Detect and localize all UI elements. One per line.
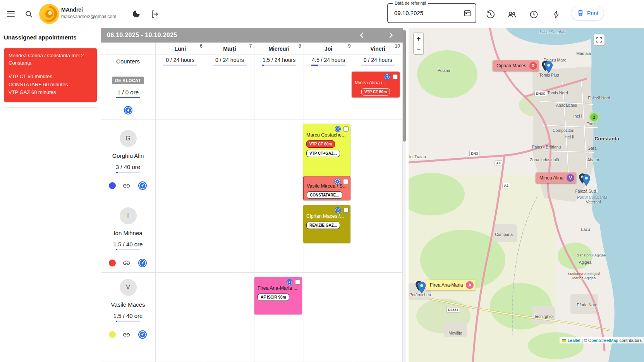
marker-cluster[interactable]: 2 xyxy=(589,112,599,123)
bolt-button[interactable] xyxy=(550,8,562,20)
day-slot[interactable] xyxy=(353,120,403,201)
map-place-label: Inel II xyxy=(564,135,574,139)
zoom-in-button[interactable]: + xyxy=(414,33,423,44)
history-button[interactable] xyxy=(484,8,496,20)
map-place-label: Faleză Nord xyxy=(588,96,610,100)
clock-icon xyxy=(529,10,539,19)
user-name: MAndrei xyxy=(61,7,116,13)
de-alocat-chip: DE ALOCAT xyxy=(112,77,144,84)
link-button[interactable] xyxy=(122,181,132,191)
appointment-card-marcu-costache[interactable]: Marcu Costache... VTP CT 60m VTP CT+GAZ.… xyxy=(303,124,350,176)
road-shield: A4 xyxy=(495,161,502,166)
search-button[interactable] xyxy=(22,8,35,20)
navigate-button[interactable] xyxy=(123,105,133,115)
navigate-button[interactable] xyxy=(137,258,148,268)
team-button[interactable] xyxy=(505,8,518,20)
fullscreen-button[interactable] xyxy=(593,34,605,46)
day-number: 10 xyxy=(395,43,400,49)
day-header-marti: Marți7 xyxy=(205,43,255,55)
navigate-button[interactable] xyxy=(137,181,148,191)
day-slot[interactable] xyxy=(156,120,205,201)
user-info: MAndrei macesandrei2@gmail.com xyxy=(61,7,116,19)
appointment-checkbox[interactable] xyxy=(343,126,349,131)
appointment-card-ciprian-maces[interactable]: Ciprian Maces /... REVIZIE GAZ... xyxy=(303,205,350,243)
calendar-picker-button[interactable] xyxy=(463,9,472,19)
resource-progress xyxy=(116,321,140,322)
compass-icon xyxy=(335,126,341,132)
appointment-checkbox[interactable] xyxy=(393,74,398,79)
map-pin[interactable] xyxy=(417,282,426,294)
navigate-button[interactable] xyxy=(384,73,390,80)
badge-list: VTP CT 60m VTP CT+GAZ... xyxy=(303,138,350,157)
day-header-joi: Joi9 xyxy=(304,43,354,55)
day-slot[interactable] xyxy=(205,201,255,273)
service-badge: CONSTATARE... xyxy=(307,191,342,199)
map-attribution: Leaflet | © OpenStreetMap contributors xyxy=(560,337,644,343)
navigate-button[interactable] xyxy=(286,279,293,285)
logout-button[interactable] xyxy=(149,8,161,20)
map-place-label: Compozitori xyxy=(553,128,574,133)
day-slot[interactable] xyxy=(353,273,403,362)
reference-date-field[interactable]: Dată de referință 09.10.2025 xyxy=(387,3,476,23)
appointment-checkbox[interactable] xyxy=(343,208,349,213)
link-button[interactable] xyxy=(122,330,132,340)
appointment-card-vasile-mircea[interactable]: Vasile Mircea / S... CONSTATARE... xyxy=(303,176,350,200)
scrollbar-thumb[interactable] xyxy=(403,30,406,142)
day-slot[interactable] xyxy=(205,120,255,201)
day-slot[interactable] xyxy=(304,68,354,120)
resource-progress xyxy=(116,172,140,173)
navigate-button[interactable] xyxy=(334,178,341,185)
map[interactable]: Lacul Siutghiol Poiana Palazu Mare Mamai… xyxy=(409,28,644,362)
marker-badge: R xyxy=(529,62,537,70)
appointment-card-minea-alina[interactable]: Minea Alina /... VTP CT 60m xyxy=(352,72,400,97)
appointment-card-firea-ana-maria[interactable]: Firea Ana-Maria ... AF ISCIR 90m xyxy=(254,277,302,314)
map-marker-label-firea[interactable]: Firea Ana-Maria A xyxy=(426,280,476,290)
day-slot[interactable] xyxy=(254,68,304,120)
color-dot xyxy=(109,260,116,266)
day-slot[interactable] xyxy=(205,68,255,120)
clock-button[interactable] xyxy=(527,8,540,20)
osm-link[interactable]: OpenStreetMap xyxy=(588,338,618,343)
day-slot[interactable] xyxy=(254,201,304,273)
day-slot[interactable] xyxy=(205,273,255,362)
navigate-button[interactable] xyxy=(335,207,341,213)
next-week-button[interactable] xyxy=(385,29,397,41)
map-terrain xyxy=(409,28,644,362)
day-slot[interactable] xyxy=(353,201,403,273)
chevron-right-icon xyxy=(386,31,395,39)
avatar: I xyxy=(120,207,137,224)
day-slot[interactable] xyxy=(156,201,205,273)
map-marker-label-ciprian[interactable]: Ciprian Maces R xyxy=(493,60,539,71)
day-slot[interactable] xyxy=(304,273,354,362)
link-icon xyxy=(122,331,131,339)
counter-hours: 1.5 / 24 hours xyxy=(263,57,296,63)
resource-progress xyxy=(116,249,140,250)
map-place-label: Lacul Siutghiol xyxy=(540,29,566,34)
map-place-label: Stațiunea Zoologică Marină Agigea xyxy=(563,272,605,280)
unassigned-appointment-card[interactable]: Mendea Corina / Constanta Inel 2 Constan… xyxy=(4,48,97,102)
zoom-out-button[interactable]: − xyxy=(414,44,423,54)
leaflet-link[interactable]: Leaflet xyxy=(568,338,580,343)
appointment-checkbox[interactable] xyxy=(343,179,348,184)
menu-button[interactable] xyxy=(5,8,17,20)
appointment-checkbox[interactable] xyxy=(295,280,300,285)
map-marker-label-minea[interactable]: Minea Alina V xyxy=(536,172,576,183)
map-pin[interactable] xyxy=(582,174,591,186)
prev-week-button[interactable] xyxy=(356,29,368,41)
attribution-suffix: contributors xyxy=(618,338,642,343)
map-pin[interactable] xyxy=(544,61,553,73)
navigate-button[interactable] xyxy=(137,330,148,340)
day-slot[interactable] xyxy=(254,120,304,201)
calendar-header: 06.10.2025 - 10.10.2025 xyxy=(101,28,403,43)
compass-icon xyxy=(138,181,147,190)
theme-toggle-button[interactable] xyxy=(130,8,143,20)
print-button[interactable]: Print xyxy=(571,6,604,20)
day-slot[interactable] xyxy=(156,68,205,120)
map-place-label: Techirghiol xyxy=(534,314,553,319)
appointment-title: Ciprian Maces /... xyxy=(306,213,347,219)
user-email: macesandrei2@gmail.com xyxy=(61,14,116,19)
link-button[interactable] xyxy=(122,258,132,268)
navigate-button[interactable] xyxy=(335,126,341,132)
card-actions xyxy=(286,279,300,285)
day-slot[interactable] xyxy=(156,273,205,362)
